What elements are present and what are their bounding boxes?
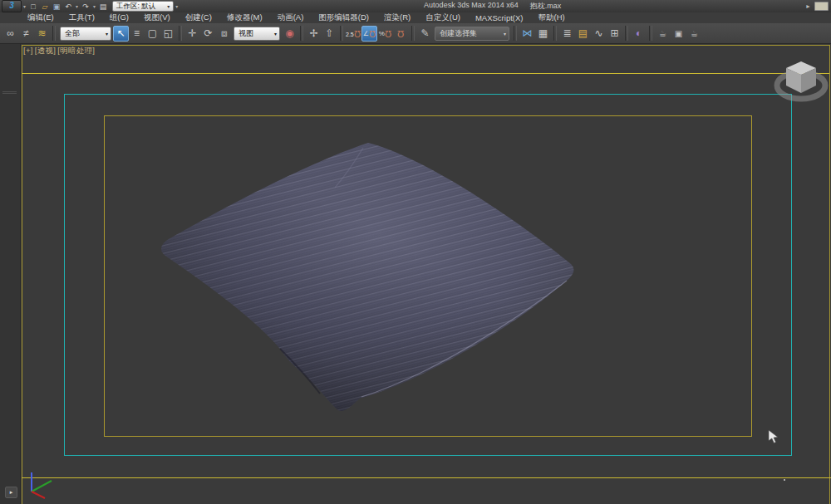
workspace-dropdown-value: 工作区: 默认 [116, 2, 155, 12]
axis-y [32, 481, 52, 492]
menu-bar: 编辑(E) 工具(T) 组(G) 视图(V) 创建(C) 修改器(M) 动画(A… [0, 12, 831, 24]
workspace-dropdown[interactable]: 工作区: 默认 ▾ [112, 1, 174, 12]
menu-animation[interactable]: 动画(A) [270, 12, 312, 23]
application-menu-caret-icon[interactable]: ▾ [22, 3, 27, 9]
percent-icon: % [379, 30, 385, 37]
menu-help[interactable]: 帮助(H) [530, 12, 572, 23]
render-setup-icon[interactable]: ☕ [655, 26, 671, 42]
coord-system-value: 视图 [238, 28, 253, 39]
select-and-link-icon[interactable]: ∞ [2, 26, 18, 42]
viewport-artifact-dot [784, 479, 785, 481]
save-file-icon[interactable]: ▣ [51, 1, 62, 12]
coord-system-caret-icon: ▾ [268, 31, 277, 37]
render-production-icon[interactable]: ☕ [686, 26, 702, 42]
mirror-icon[interactable]: ⋈ [519, 26, 535, 42]
menu-rendering[interactable]: 渲染(R) [376, 12, 418, 23]
reference-coordinate-system-dropdown[interactable]: 视图 ▾ [234, 27, 280, 41]
toolbar-separator [179, 26, 182, 41]
menu-edit[interactable]: 编辑(E) [20, 12, 61, 23]
file-name-text: 抱枕.max [530, 1, 562, 12]
viewcube[interactable] [770, 55, 831, 108]
viewport-pov-menu[interactable]: [透视] [35, 46, 56, 56]
redo-icon[interactable]: ↷ [80, 1, 91, 12]
menu-maxscript[interactable]: MAXScript(X) [468, 13, 531, 22]
viewport-general-menu[interactable]: [+] [23, 46, 33, 56]
safe-frame-live-area-bottom [22, 477, 831, 478]
menu-graph-editors[interactable]: 图形编辑器(D) [311, 12, 376, 23]
edit-named-selection-sets-icon[interactable]: ✎ [417, 26, 433, 42]
toolbar-separator [514, 26, 517, 41]
select-and-move-icon[interactable]: ✛ [184, 26, 200, 42]
material-editor-icon[interactable]: ◐ [631, 26, 647, 42]
selection-filter-dropdown[interactable]: 全部 ▾ [60, 27, 111, 41]
pillow-model[interactable] [154, 131, 582, 418]
toolbar-separator [625, 26, 628, 41]
curve-editor-icon[interactable]: ∿ [591, 26, 607, 42]
mini-expand-button[interactable]: ▸ [5, 487, 17, 498]
undo-caret-icon[interactable]: ▾ [74, 3, 80, 9]
select-by-name-icon[interactable]: ≡ [129, 26, 145, 42]
menu-views[interactable]: 视图(V) [136, 12, 178, 23]
title-bar-right: ► [805, 2, 829, 11]
toolbar-separator [52, 26, 56, 41]
infocenter-expand-icon[interactable]: ► [805, 3, 811, 9]
scene-explorer-icon[interactable]: ▤ [575, 26, 591, 42]
bind-to-space-warp-icon[interactable]: ≋ [34, 26, 50, 42]
docked-toolbar-strip [0, 44, 21, 504]
mouse-cursor [768, 429, 783, 444]
schematic-view-icon[interactable]: ⊞ [607, 26, 622, 42]
select-object-button[interactable]: ↖ [113, 26, 129, 42]
new-file-icon[interactable]: □ [27, 1, 39, 12]
viewport-label: [+] [透视] [明暗处理] [23, 46, 95, 56]
snaps-value-label: 2.5 [346, 27, 354, 42]
application-menu-button[interactable]: 3 [2, 0, 22, 12]
undo-icon[interactable]: ↶ [62, 1, 74, 12]
set-project-folder-icon[interactable]: ▤ [97, 1, 109, 12]
select-and-manipulate-icon[interactable]: ✢ [306, 26, 322, 42]
toolbar-separator [649, 26, 652, 41]
selection-filter-value: 全部 [65, 28, 80, 39]
toolbar-separator [340, 26, 343, 41]
named-selection-caret-icon: ▾ [497, 31, 506, 37]
snaps-toggle-button[interactable]: 2.5Ω [346, 26, 361, 42]
layer-manager-icon[interactable]: ≣ [559, 26, 575, 42]
menu-customize[interactable]: 自定义(U) [418, 12, 468, 23]
3dsmax-window: 3 ▾ □ ▱ ▣ ↶ ▾ ↷ ▾ ▤ 工作区: 默认 ▾ ▾ Autodesk… [0, 0, 831, 504]
align-icon[interactable]: ▦ [535, 26, 551, 42]
app-title-text: Autodesk 3ds Max 2014 x64 [424, 1, 519, 12]
snap-magnet-icon: Ω [354, 26, 361, 42]
redo-caret-icon[interactable]: ▾ [91, 3, 97, 9]
rectangular-selection-region-icon[interactable]: ▢ [145, 26, 160, 42]
viewport-shading-menu[interactable]: [明暗处理] [57, 46, 95, 56]
select-and-rotate-icon[interactable]: ⟳ [200, 26, 216, 42]
rendered-frame-window-icon[interactable]: ▣ [671, 26, 686, 42]
named-selection-sets-dropdown[interactable]: 创建选择集 ▾ [435, 27, 509, 41]
quick-access-overflow-caret-icon[interactable]: ▾ [174, 3, 179, 9]
menu-group[interactable]: 组(G) [102, 12, 136, 23]
unlink-selection-icon[interactable]: ≠ [18, 26, 34, 42]
menu-tools[interactable]: 工具(T) [61, 12, 102, 23]
world-axis-tripod [23, 470, 60, 503]
angle-snap-toggle-button[interactable]: ∠Ω [361, 26, 377, 42]
window-crossing-icon[interactable]: ◱ [160, 26, 176, 42]
select-and-scale-icon[interactable]: ⧈ [216, 26, 232, 42]
open-file-icon[interactable]: ▱ [39, 1, 51, 12]
main-toolbar: ∞ ≠ ≋ 全部 ▾ ↖ ≡ ▢ ◱ ✛ ⟳ ⧈ 视图 ▾ ◉ ✢ ⇧ 2.5Ω… [0, 23, 831, 44]
communication-center-icon[interactable] [814, 2, 829, 11]
title-bar: 3 ▾ □ ▱ ▣ ↶ ▾ ↷ ▾ ▤ 工作区: 默认 ▾ ▾ Autodesk… [0, 0, 831, 13]
selection-filter-caret-icon: ▾ [99, 31, 108, 37]
percent-snap-toggle-button[interactable]: %Ω [377, 26, 393, 42]
toolbar-separator [300, 26, 303, 41]
use-pivot-point-center-icon[interactable]: ◉ [282, 26, 297, 42]
safe-frame-live-area-top [22, 73, 829, 74]
toolbar-grip[interactable] [2, 91, 17, 95]
menu-create[interactable]: 创建(C) [178, 12, 219, 23]
window-title: Autodesk 3ds Max 2014 x64 抱枕.max [179, 1, 805, 12]
menu-modifiers[interactable]: 修改器(M) [219, 12, 270, 23]
toolbar-separator [411, 26, 415, 41]
angle-magnet-icon: Ω [369, 27, 376, 41]
spinner-snap-toggle-button[interactable]: Ω [393, 26, 409, 42]
workspace-caret-icon: ▾ [167, 3, 170, 9]
axis-x [32, 492, 45, 498]
keyboard-shortcut-override-icon[interactable]: ⇧ [322, 26, 337, 42]
